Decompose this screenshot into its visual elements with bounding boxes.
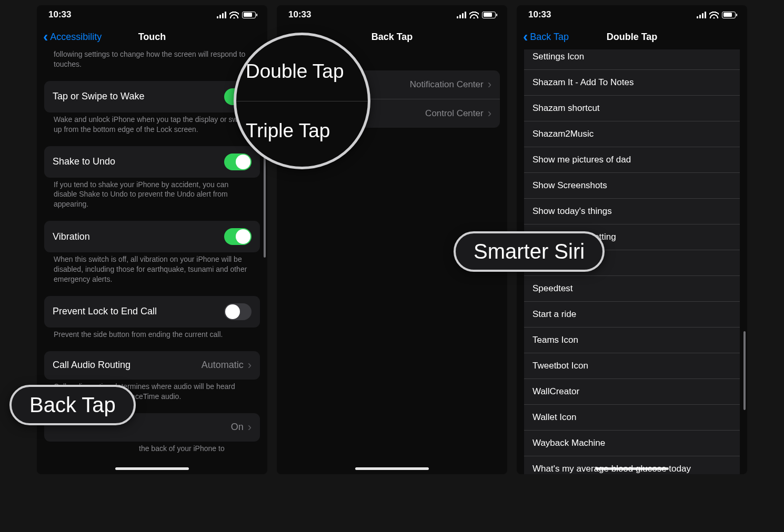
list-item[interactable]: Show today's things <box>524 199 740 224</box>
status-time: 10:33 <box>288 9 311 20</box>
vibration-row[interactable]: Vibration <box>44 221 260 252</box>
vibration-footer: When this switch is off, all vibration o… <box>44 252 260 289</box>
row-label: Prevent Lock to End Call <box>53 306 157 317</box>
chevron-right-icon: › <box>248 421 252 434</box>
list-item[interactable]: Shazam It - Add To Notes <box>524 70 740 96</box>
intro-footer: following settings to change how the scr… <box>44 49 260 74</box>
call-audio-routing-row[interactable]: Call Audio Routing Automatic › <box>44 351 260 380</box>
list-item[interactable]: Show me pictures of dad <box>524 147 740 173</box>
status-time: 10:33 <box>528 9 551 20</box>
list-item[interactable]: Teams Icon <box>524 328 740 353</box>
battery-icon <box>722 12 736 18</box>
chevron-left-icon: ‹ <box>43 33 48 42</box>
callout-double-triple-tap: Double Tap Triple Tap <box>234 33 370 169</box>
list-item[interactable]: Settings Icon <box>524 49 740 70</box>
prevent-lock-footer: Prevent the side button from ending the … <box>44 328 260 344</box>
cellular-icon <box>217 12 226 18</box>
list-item[interactable]: Shazam shortcut <box>524 96 740 121</box>
back-label: Accessibility <box>50 32 102 43</box>
battery-icon <box>242 12 256 18</box>
chevron-right-icon: › <box>248 359 252 372</box>
row-label: Vibration <box>53 231 90 242</box>
back-button[interactable]: ‹ Accessibility <box>43 32 102 43</box>
prevent-lock-toggle[interactable] <box>224 303 252 320</box>
shake-undo-footer: If you tend to shake your iPhone by acci… <box>44 178 260 214</box>
status-bar: 10:33 <box>37 5 267 24</box>
row-value: On <box>231 422 244 433</box>
chevron-right-icon: › <box>488 107 491 120</box>
home-indicator[interactable] <box>595 467 669 470</box>
cellular-icon <box>457 12 466 18</box>
list-item[interactable]: Wallet Icon <box>524 405 740 431</box>
list-item[interactable]: Speedtest <box>524 276 740 302</box>
wifi-icon <box>469 12 479 18</box>
cellular-icon <box>697 12 706 18</box>
list-item[interactable]: Shazam2Music <box>524 121 740 147</box>
status-bar: 10:33 <box>277 5 507 24</box>
row-label: Tap or Swipe to Wake <box>53 91 144 102</box>
row-label: Shake to Undo <box>53 156 115 167</box>
back-label: Back Tap <box>530 32 569 43</box>
shake-to-undo-row[interactable]: Shake to Undo <box>44 146 260 178</box>
list-item[interactable]: What's my average blood glucose today <box>524 456 740 474</box>
back-button[interactable]: ‹ Back Tap <box>523 32 569 43</box>
chevron-right-icon: › <box>488 78 491 91</box>
row-value: Control Center <box>425 108 484 119</box>
status-bar: 10:33 <box>517 5 747 24</box>
vibration-toggle[interactable] <box>224 228 252 245</box>
tap-wake-footer: Wake and unlock iPhone when you tap the … <box>44 112 260 139</box>
back-tap-footer: the back of your iPhone to <box>44 442 260 458</box>
wifi-icon <box>229 12 239 18</box>
row-value: Notification Center <box>410 79 484 90</box>
chevron-left-icon: ‹ <box>523 33 528 42</box>
callout-double-tap-label: Double Tap <box>246 58 358 85</box>
callout-back-tap: Back Tap <box>9 385 136 425</box>
nav-bar: ‹ Accessibility Touch <box>37 24 267 49</box>
list-item[interactable]: Tweetbot Icon <box>524 353 740 379</box>
list-item[interactable]: WallCreator <box>524 379 740 405</box>
wifi-icon <box>709 12 719 18</box>
nav-bar: ‹ Back Tap Double Tap <box>517 24 747 49</box>
callout-smarter-siri: Smarter Siri <box>454 231 605 272</box>
list-item[interactable]: Show Screenshots <box>524 173 740 199</box>
row-label: Call Audio Routing <box>53 360 130 371</box>
home-indicator[interactable] <box>355 467 429 470</box>
status-time: 10:33 <box>48 9 71 20</box>
row-value: Automatic <box>202 360 244 371</box>
tap-or-swipe-to-wake-row[interactable]: Tap or Swipe to Wake <box>44 81 260 112</box>
list-item[interactable]: Wayback Machine <box>524 431 740 456</box>
scroll-indicator[interactable] <box>743 331 746 410</box>
callout-triple-tap-label: Triple Tap <box>246 118 358 144</box>
list-item[interactable]: Start a ride <box>524 302 740 328</box>
home-indicator[interactable] <box>115 467 189 470</box>
shake-undo-toggle[interactable] <box>224 154 252 170</box>
battery-icon <box>482 12 496 18</box>
prevent-lock-row[interactable]: Prevent Lock to End Call <box>44 296 260 328</box>
